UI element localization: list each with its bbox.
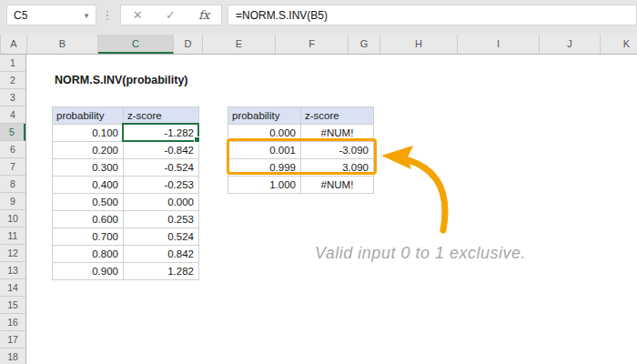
- table-cell[interactable]: 0.700: [53, 228, 124, 246]
- table-cell[interactable]: 1.000: [228, 177, 301, 194]
- table-cell[interactable]: -0.253: [124, 177, 199, 194]
- row-header-9[interactable]: 9: [0, 193, 25, 210]
- column-header-K[interactable]: K: [601, 35, 637, 54]
- column-header-D[interactable]: D: [174, 35, 203, 54]
- select-all-button[interactable]: [0, 35, 1, 54]
- row-header-1[interactable]: 1: [0, 55, 25, 72]
- table-cell[interactable]: 0.900: [53, 263, 124, 280]
- table-header-cell[interactable]: z-score: [301, 107, 374, 125]
- row-header-8[interactable]: 8: [0, 176, 25, 193]
- name-box-value: C5: [7, 9, 77, 22]
- active-cell-selection[interactable]: [122, 123, 199, 142]
- row-headers: 123456789101112131415161718: [0, 55, 26, 364]
- formula-input[interactable]: =NORM.S.INV(B5): [228, 5, 637, 25]
- table-cell[interactable]: 0.800: [53, 246, 124, 263]
- column-header-E[interactable]: E: [203, 35, 276, 54]
- column-header-I[interactable]: I: [458, 35, 540, 54]
- sheet-title: NORM.S.INV(probability): [55, 72, 188, 89]
- more-dots-icon: ⋮: [101, 5, 114, 25]
- row-header-10[interactable]: 10: [0, 210, 25, 228]
- row-header-17[interactable]: 17: [0, 331, 25, 349]
- row-header-11[interactable]: 11: [0, 228, 25, 245]
- table-cell[interactable]: 0.253: [124, 211, 199, 228]
- row-header-2[interactable]: 2: [0, 72, 25, 89]
- table-cell[interactable]: 0.842: [124, 246, 199, 263]
- column-header-G[interactable]: G: [349, 35, 380, 54]
- row-header-4[interactable]: 4: [0, 106, 25, 124]
- column-header-B[interactable]: B: [27, 35, 98, 54]
- row-header-14[interactable]: 14: [0, 279, 25, 297]
- column-header-A[interactable]: A: [1, 35, 27, 54]
- table-header-cell[interactable]: probability: [228, 107, 301, 125]
- table-cell[interactable]: #NUM!: [301, 177, 374, 194]
- table-cell[interactable]: 0.100: [53, 125, 124, 142]
- table-cell[interactable]: 0.524: [124, 228, 199, 246]
- chevron-down-icon[interactable]: ▾: [77, 11, 96, 20]
- name-box[interactable]: C5 ▾: [6, 5, 96, 25]
- row-header-18[interactable]: 18: [0, 349, 25, 364]
- fill-handle[interactable]: [194, 136, 200, 143]
- cancel-icon[interactable]: ✕: [133, 8, 143, 22]
- table-cell[interactable]: 0.400: [53, 177, 124, 194]
- formula-bar: C5 ▾ ⋮ ✕ ✓ fx =NORM.S.INV(B5): [0, 0, 637, 35]
- insert-function-icon[interactable]: fx: [198, 8, 209, 22]
- column-header-C[interactable]: C: [98, 35, 174, 54]
- row-header-13[interactable]: 13: [0, 262, 25, 279]
- table-cell[interactable]: -0.524: [124, 159, 199, 177]
- table-cell[interactable]: 0.300: [53, 159, 124, 177]
- row-header-5[interactable]: 5: [0, 124, 25, 141]
- row-header-12[interactable]: 12: [0, 245, 25, 262]
- column-header-F[interactable]: F: [276, 35, 349, 54]
- row-header-15[interactable]: 15: [0, 297, 25, 314]
- table-cell[interactable]: 0.000: [124, 194, 199, 211]
- column-header-H[interactable]: H: [380, 35, 458, 54]
- table-cell[interactable]: 0.500: [53, 194, 124, 211]
- annotation-text: Valid input 0 to 1 exclusive.: [315, 244, 597, 263]
- formula-bar-buttons: ✕ ✓ fx: [120, 5, 222, 25]
- excel-window: C5 ▾ ⋮ ✕ ✓ fx =NORM.S.INV(B5) ABCDEFGHIJ…: [0, 0, 637, 364]
- table-cell[interactable]: 0.600: [53, 211, 124, 228]
- row-header-7[interactable]: 7: [0, 158, 25, 176]
- row-header-6[interactable]: 6: [0, 141, 25, 158]
- row-header-16[interactable]: 16: [0, 314, 25, 331]
- table-cell[interactable]: 0.200: [53, 142, 124, 159]
- annotation-arrow-icon: [369, 136, 460, 241]
- table-header-cell[interactable]: probability: [53, 107, 124, 125]
- row-header-3[interactable]: 3: [0, 89, 25, 106]
- column-headers: ABCDEFGHIJK: [0, 35, 637, 55]
- table-cell[interactable]: -0.842: [124, 142, 199, 159]
- highlight-box: [227, 138, 377, 175]
- table-cell[interactable]: 1.282: [124, 263, 199, 280]
- enter-icon[interactable]: ✓: [166, 8, 176, 22]
- column-header-J[interactable]: J: [540, 35, 601, 54]
- formula-text: =NORM.S.INV(B5): [228, 9, 328, 22]
